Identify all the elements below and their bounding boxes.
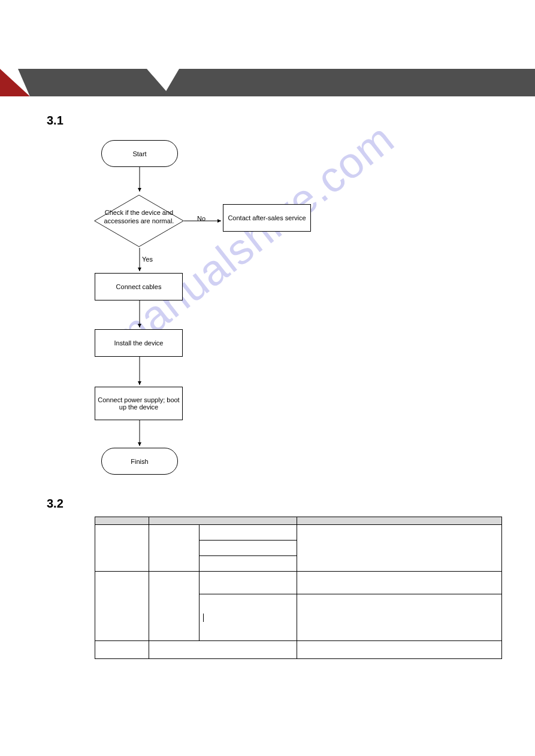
cell-2-3b	[200, 594, 297, 641]
vertical-bar-icon	[203, 614, 204, 622]
cell-group-1	[95, 525, 149, 572]
cell-2-4a	[297, 572, 502, 594]
flow-contact-label: Contact after-sales service	[228, 214, 306, 221]
table-row	[95, 641, 502, 659]
cell-1-3b	[200, 541, 297, 556]
table-row	[95, 572, 502, 594]
cell-3-1	[95, 641, 149, 659]
cell-1-4	[297, 525, 502, 572]
flow-arrows	[86, 136, 325, 490]
flow-connect-cables: Connect cables	[95, 273, 183, 300]
header-banner	[0, 69, 535, 96]
cell-2-3a	[200, 572, 297, 594]
spec-table	[95, 517, 502, 659]
flow-install: Install the device	[95, 329, 183, 357]
flow-start: Start	[101, 140, 178, 167]
th-3	[297, 517, 502, 525]
section-3-2-heading: 3.2	[47, 497, 64, 511]
cell-2-4b	[297, 594, 502, 641]
cell-1-3a	[200, 525, 297, 541]
th-1	[95, 517, 149, 525]
cell-3-2	[149, 641, 297, 659]
table-row	[95, 525, 502, 541]
svg-marker-1	[18, 69, 171, 96]
flow-start-label: Start	[132, 150, 146, 157]
flow-contact: Contact after-sales service	[223, 204, 311, 232]
flow-decision: Check if the device and accessories are …	[94, 194, 184, 248]
cell-sub-1	[149, 525, 200, 572]
flow-finish: Finish	[101, 448, 178, 475]
cell-1-3c	[200, 556, 297, 572]
flow-yes-label: Yes	[142, 256, 153, 263]
cell-sub-2	[149, 572, 200, 641]
flow-cables-label: Connect cables	[116, 283, 162, 290]
flow-power-label: Connect power supply; boot up the device	[98, 396, 180, 411]
cell-group-2	[95, 572, 149, 641]
flow-install-label: Install the device	[114, 339, 164, 347]
flow-finish-label: Finish	[131, 458, 148, 465]
table-header-row	[95, 517, 502, 525]
flow-no-label: No	[197, 215, 205, 222]
cell-3-4	[297, 641, 502, 659]
flow-decision-label: Check if the device and accessories are …	[99, 208, 179, 226]
svg-marker-2	[163, 69, 535, 96]
section-3-1-heading: 3.1	[47, 114, 64, 127]
flow-power: Connect power supply; boot up the device	[95, 387, 183, 420]
th-2	[149, 517, 297, 525]
